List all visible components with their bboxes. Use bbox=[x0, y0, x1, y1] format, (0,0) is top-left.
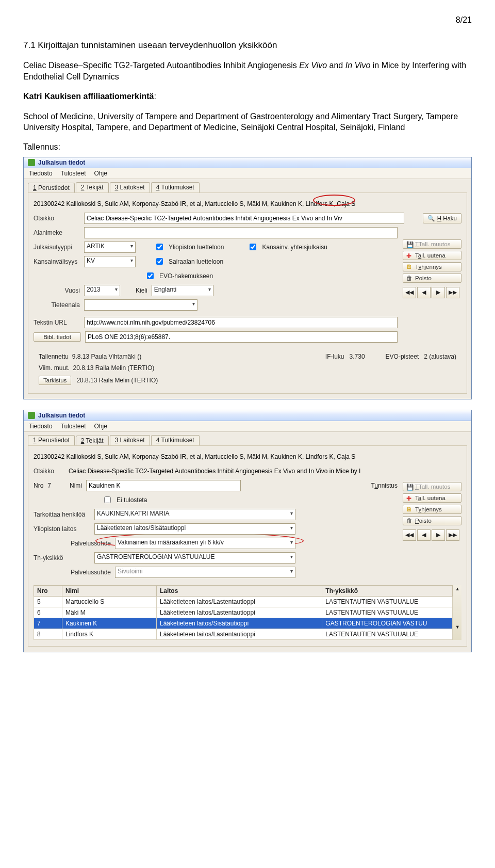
clear-button[interactable]: 🗎Tyhjennys bbox=[403, 262, 461, 271]
nav-prev[interactable]: ◀ bbox=[417, 287, 431, 298]
table-cell: Lindfors K bbox=[62, 629, 157, 639]
chk-sairaalan-luetteloon[interactable] bbox=[156, 258, 163, 265]
ps-select[interactable]: Vakinainen tai määräaikainen yli 6 kk/v bbox=[115, 538, 295, 549]
chk-yliopiston-luetteloon[interactable] bbox=[156, 244, 163, 250]
window-publication-details-1: Julkaisun tiedot Tiedosto Tulosteet Ohje… bbox=[23, 157, 472, 399]
yl-select[interactable]: Lääketieteen laitos/Sisätautioppi bbox=[94, 523, 295, 535]
table-scrollbar[interactable]: ▲ ▼ bbox=[453, 585, 461, 640]
url-input[interactable] bbox=[84, 317, 398, 328]
scroll-up-icon[interactable]: ▲ bbox=[453, 585, 461, 592]
document-icon: 🗎 bbox=[406, 264, 412, 270]
record-id-line: 201300242 Kalliokoski S, Sulic AM, Korpo… bbox=[34, 453, 461, 460]
nav-last[interactable]: ▶▶ bbox=[446, 287, 459, 298]
clear-button[interactable]: 🗎Tyhjennys bbox=[403, 505, 461, 514]
chk-ei-tulosteta[interactable] bbox=[104, 496, 111, 503]
save-as-new-button[interactable]: ✚Tall. uutena bbox=[403, 251, 461, 260]
table-cell: 7 bbox=[34, 618, 62, 629]
table-cell: Lääketieteen laitos/Lastentautioppi bbox=[157, 629, 322, 639]
otsikko-label: Otsikko bbox=[34, 215, 80, 222]
vm-label: Viim. muut. bbox=[39, 364, 70, 372]
julkaisutyyppi-select[interactable]: ARTIK bbox=[84, 242, 136, 253]
thy-select[interactable]: GASTROENTEROLOGIAN VASTUUALUE bbox=[94, 552, 295, 564]
table-cell: GASTROENTEROLOGIAN VASTUU bbox=[322, 618, 453, 629]
menu-print[interactable]: Tulosteet bbox=[61, 423, 86, 430]
table-row[interactable]: 5Martucciello SLääketieteen laitos/Laste… bbox=[34, 596, 453, 607]
scroll-down-icon[interactable]: ▼ bbox=[453, 623, 461, 631]
tab-perustiedot[interactable]: 1 Perustiedot bbox=[28, 435, 75, 445]
delete-button[interactable]: 🗑Poisto bbox=[403, 516, 461, 525]
tab-laitokset[interactable]: 3 Laitokset bbox=[110, 435, 150, 445]
menu-file[interactable]: Tiedosto bbox=[29, 423, 53, 430]
table-cell: 6 bbox=[34, 607, 62, 618]
save-as-new-button[interactable]: ✚Tall. uutena bbox=[403, 493, 461, 503]
save-changes-button[interactable]: 💾TTall. muutos bbox=[403, 482, 461, 491]
table-cell: Mäki M bbox=[62, 607, 157, 618]
chk-yl-label: Yliopiston luetteloon bbox=[169, 244, 224, 251]
ps2-select[interactable]: Sivutoimi bbox=[115, 567, 295, 578]
nav-next[interactable]: ▶ bbox=[432, 287, 445, 298]
tab-tekijat[interactable]: 2 Tekijät bbox=[76, 182, 109, 192]
authors-table-wrap: Nro Nimi Laitos Th-yksikkö 5Martucciello… bbox=[34, 585, 461, 640]
window-publication-details-2: Julkaisun tiedot Tiedosto Tulosteet Ohje… bbox=[23, 410, 472, 652]
affiliation-heading: Katri Kaukisen affiliaatiomerkintä: bbox=[23, 91, 472, 102]
window-title: Julkaisun tiedot bbox=[38, 412, 85, 419]
tabs: 1 Perustiedot 2 Tekijät 3 Laitokset 4 Tu… bbox=[24, 432, 471, 445]
nav-buttons: ◀◀ ◀ ▶ ▶▶ bbox=[403, 287, 461, 298]
col-thy[interactable]: Th-yksikkö bbox=[322, 585, 453, 596]
table-cell: 8 bbox=[34, 629, 62, 639]
nav-buttons: ◀◀ ◀ ▶ ▶▶ bbox=[403, 529, 461, 541]
tab-tekijat[interactable]: 2 Tekijät bbox=[76, 436, 109, 446]
col-nimi[interactable]: Nimi bbox=[62, 585, 157, 596]
article-title: Celiac Disease–Specific TG2-Targeted Aut… bbox=[23, 60, 472, 82]
save-changes-button[interactable]: 💾TTall. muutos bbox=[403, 239, 461, 249]
window-title: Julkaisun tiedot bbox=[38, 159, 85, 166]
nav-first[interactable]: ◀◀ bbox=[403, 287, 416, 298]
menu-file[interactable]: Tiedosto bbox=[29, 170, 53, 177]
table-row[interactable]: 6Mäki MLääketieteen laitos/Lastentautiop… bbox=[34, 607, 453, 618]
vuosi-select[interactable]: 2013 bbox=[84, 285, 120, 296]
menu-help[interactable]: Ohje bbox=[94, 170, 107, 177]
nav-first[interactable]: ◀◀ bbox=[403, 529, 416, 541]
kv-select[interactable]: KV bbox=[84, 256, 136, 267]
table-row[interactable]: 7Kaukinen KLääketieteen laitos/Sisätauti… bbox=[34, 618, 453, 629]
kieli-select[interactable]: Englanti bbox=[152, 285, 213, 296]
tieteenala-select[interactable] bbox=[84, 299, 197, 311]
tarkoittaa-select[interactable]: KAUKINEN,KATRI MARIA bbox=[94, 509, 295, 520]
col-laitos[interactable]: Laitos bbox=[157, 585, 322, 596]
chk-evo-hakemukseen[interactable] bbox=[147, 272, 154, 279]
chk-kansainv-yhteisjulkaisu[interactable] bbox=[250, 244, 256, 250]
menu-help[interactable]: Ohje bbox=[94, 423, 107, 430]
table-cell: LASTENTAUTIEN VASTUUALUE bbox=[322, 629, 453, 639]
nav-prev[interactable]: ◀ bbox=[417, 529, 431, 541]
tallennettu-value: 9.8.13 Paula Vihtamäki () bbox=[72, 353, 142, 360]
menu-print[interactable]: Tulosteet bbox=[61, 170, 86, 177]
alanimeke-input[interactable] bbox=[84, 227, 398, 238]
table-row[interactable]: 8Lindfors KLääketieteen laitos/Lastentau… bbox=[34, 629, 453, 639]
table-cell: 5 bbox=[34, 596, 62, 607]
menubar: Tiedosto Tulosteet Ohje bbox=[24, 168, 471, 179]
nav-next[interactable]: ▶ bbox=[432, 529, 445, 541]
tarkistus-button[interactable]: Tarkistus bbox=[39, 376, 71, 385]
tarkoittaa-label: Tarkoittaa henkilöä bbox=[34, 511, 90, 518]
chk-eh-label: EVO-hakemukseen bbox=[159, 272, 213, 280]
tab-tutkimukset[interactable]: 4 Tutkimukset bbox=[151, 182, 200, 192]
trash-icon: 🗑 bbox=[406, 275, 412, 281]
tab-perustiedot[interactable]: 1 Perustiedot bbox=[28, 183, 75, 193]
nav-last[interactable]: ▶▶ bbox=[446, 529, 459, 541]
otsikko-input[interactable] bbox=[84, 213, 404, 224]
bibl-tiedot-button[interactable]: Bibl. tiedot bbox=[34, 332, 81, 342]
ps-label: Palvelussuhde bbox=[34, 540, 111, 547]
haku-button[interactable]: 🔍HHaku bbox=[423, 213, 461, 223]
col-nro[interactable]: Nro bbox=[34, 585, 62, 596]
delete-button[interactable]: 🗑Poisto bbox=[403, 274, 461, 283]
nimi-input[interactable] bbox=[86, 480, 241, 491]
app-icon bbox=[28, 159, 35, 166]
footer-row-1: Tallennettu 9.8.13 Paula Vihtamäki () IF… bbox=[34, 351, 461, 362]
app-icon bbox=[28, 412, 35, 419]
tab-tutkimukset[interactable]: 4 Tutkimukset bbox=[151, 435, 200, 445]
table-cell: LASTENTAUTIEN VASTUUALUE bbox=[322, 607, 453, 618]
save-label: Tallennus: bbox=[23, 142, 472, 152]
tab-laitokset[interactable]: 3 Laitokset bbox=[110, 182, 150, 192]
bibl-input[interactable] bbox=[85, 331, 398, 343]
tunnistus-label: Tunnistus bbox=[371, 482, 398, 489]
